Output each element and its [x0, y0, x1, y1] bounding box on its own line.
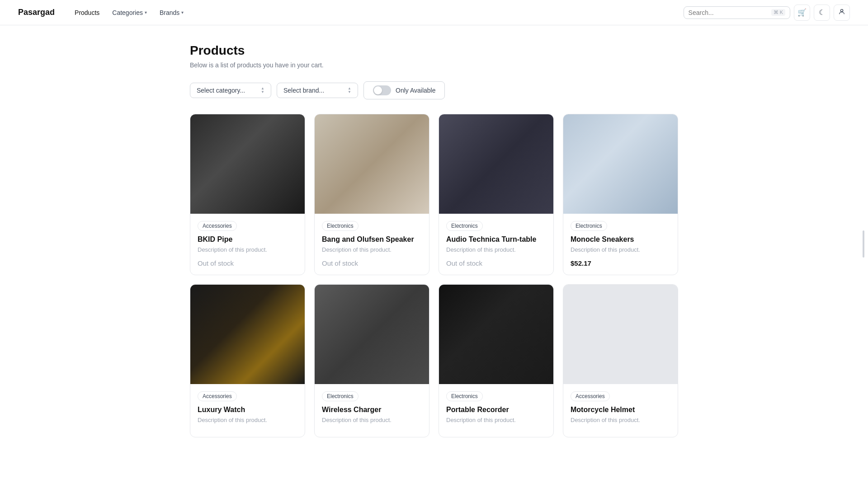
product-name: Portable Recorder [446, 406, 546, 414]
chevrons-icon: ▲ ▼ [348, 87, 351, 94]
nav-right: ⌘ K 🛒 ☾ [684, 5, 850, 21]
brand-logo[interactable]: Pasargad [18, 8, 55, 17]
product-body: Electronics Wireless Charger Description… [315, 384, 429, 437]
product-card[interactable]: Accessories Motorcycle Helmet Descriptio… [563, 284, 678, 437]
product-name: Bang and Olufsen Speaker [322, 235, 422, 244]
product-card[interactable]: Accessories Luxury Watch Description of … [190, 284, 305, 437]
user-icon [838, 8, 845, 17]
product-badge: Accessories [198, 221, 237, 231]
product-name: Luxury Watch [198, 406, 297, 414]
scroll-indicator[interactable] [863, 230, 864, 258]
product-badge: Electronics [571, 221, 607, 231]
only-available-toggle[interactable] [373, 85, 391, 95]
product-card[interactable]: Electronics Bang and Olufsen Speaker Des… [314, 114, 429, 275]
product-badge: Accessories [571, 391, 610, 401]
svg-point-0 [840, 9, 843, 11]
product-body: Electronics Audio Technica Turn-table De… [439, 214, 553, 275]
product-image [315, 285, 429, 384]
page-content: Products Below is a list of products you… [181, 25, 687, 455]
product-badge: Electronics [322, 221, 359, 231]
product-name: Monocle Sneakers [571, 235, 670, 244]
product-description: Description of this product. [198, 246, 297, 253]
category-select[interactable]: Select category... ▲ ▼ [190, 83, 271, 98]
product-out-of-stock: Out of stock [198, 259, 234, 267]
moon-icon: ☾ [819, 8, 825, 17]
product-card[interactable]: Accessories BKID Pipe Description of thi… [190, 114, 305, 275]
product-description: Description of this product. [322, 246, 422, 253]
product-name: Wireless Charger [322, 406, 422, 414]
product-description: Description of this product. [322, 417, 422, 423]
product-description: Description of this product. [571, 246, 670, 253]
only-available-filter[interactable]: Only Available [363, 81, 445, 99]
product-name: BKID Pipe [198, 235, 297, 244]
search-kbd: ⌘ K [771, 9, 785, 16]
product-badge: Electronics [446, 391, 483, 401]
product-body: Accessories BKID Pipe Description of thi… [190, 214, 305, 275]
product-card[interactable]: Electronics Wireless Charger Description… [314, 284, 429, 437]
nav-link-categories[interactable]: Categories ▾ [107, 6, 152, 19]
cart-button[interactable]: 🛒 [794, 5, 810, 21]
user-button[interactable] [834, 5, 850, 21]
only-available-label: Only Available [396, 87, 435, 94]
brand-select[interactable]: Select brand... ▲ ▼ [277, 83, 358, 98]
product-image [315, 114, 429, 214]
search-input[interactable] [689, 9, 768, 16]
page-title: Products [190, 43, 678, 58]
product-image [190, 114, 305, 214]
product-name: Audio Technica Turn-table [446, 235, 546, 244]
product-badge: Electronics [322, 391, 359, 401]
navbar: Pasargad Products Categories ▾ Brands ▾ … [0, 0, 868, 25]
product-image [563, 285, 678, 384]
product-body: Electronics Bang and Olufsen Speaker Des… [315, 214, 429, 275]
product-description: Description of this product. [446, 417, 546, 423]
product-description: Description of this product. [446, 246, 546, 253]
product-image [439, 285, 553, 384]
product-card[interactable]: Electronics Portable Recorder Descriptio… [439, 284, 554, 437]
product-name: Motorcycle Helmet [571, 406, 670, 414]
product-badge: Accessories [198, 391, 237, 401]
product-price: $52.17 [571, 259, 591, 267]
product-image [439, 114, 553, 214]
page-subtitle: Below is a list of products you have in … [190, 61, 678, 69]
product-description: Description of this product. [571, 417, 670, 423]
product-card[interactable]: Electronics Audio Technica Turn-table De… [439, 114, 554, 275]
nav-link-products[interactable]: Products [69, 6, 105, 19]
chevron-down-icon: ▾ [145, 10, 147, 15]
product-description: Description of this product. [198, 417, 297, 423]
product-image [190, 285, 305, 384]
product-body: Accessories Luxury Watch Description of … [190, 384, 305, 437]
filters-row: Select category... ▲ ▼ Select brand... ▲… [190, 81, 678, 99]
nav-link-brands[interactable]: Brands ▾ [154, 6, 189, 19]
nav-links: Products Categories ▾ Brands ▾ [69, 6, 684, 19]
product-body: Electronics Portable Recorder Descriptio… [439, 384, 553, 437]
product-body: Electronics Monocle Sneakers Description… [563, 214, 678, 275]
cart-icon: 🛒 [797, 8, 807, 17]
product-out-of-stock: Out of stock [446, 259, 482, 267]
products-grid: Accessories BKID Pipe Description of thi… [190, 114, 678, 437]
chevron-down-icon: ▾ [181, 10, 184, 15]
product-body: Accessories Motorcycle Helmet Descriptio… [563, 384, 678, 437]
product-out-of-stock: Out of stock [322, 259, 358, 267]
product-badge: Electronics [446, 221, 483, 231]
theme-toggle-button[interactable]: ☾ [814, 5, 830, 21]
chevrons-icon: ▲ ▼ [261, 87, 264, 94]
product-card[interactable]: Electronics Monocle Sneakers Description… [563, 114, 678, 275]
product-image [563, 114, 678, 214]
search-box[interactable]: ⌘ K [684, 6, 790, 19]
toggle-knob [374, 86, 382, 94]
